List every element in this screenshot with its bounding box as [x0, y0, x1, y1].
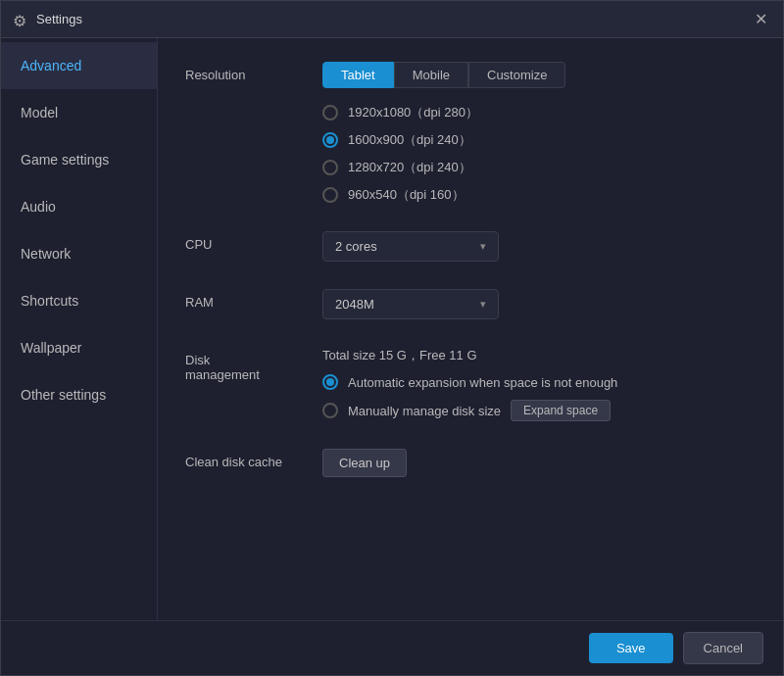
radio-960[interactable]: [322, 187, 338, 203]
ram-content: 2048M ▾: [322, 289, 756, 319]
dialog-title: Settings: [36, 12, 82, 26]
disk-label: Disk management: [185, 347, 322, 382]
resolution-option-1600[interactable]: 1600x900（dpi 240）: [322, 131, 756, 149]
resolution-label-960: 960x540（dpi 160）: [348, 186, 465, 204]
close-button[interactable]: ✕: [751, 10, 771, 29]
resolution-content: Tablet Mobile Customize 1920x1080（dpi 28…: [322, 62, 756, 204]
tab-customize[interactable]: Customize: [468, 62, 565, 88]
chevron-down-icon: ▾: [480, 240, 486, 253]
sidebar-item-advanced[interactable]: Advanced: [1, 42, 157, 89]
clean-up-button[interactable]: Clean up: [322, 449, 407, 477]
ram-label: RAM: [185, 289, 322, 310]
cpu-value: 2 cores: [335, 239, 377, 254]
ram-dropdown[interactable]: 2048M ▾: [322, 289, 499, 319]
disk-row: Disk management Total size 15 G，Free 11 …: [185, 347, 756, 421]
clean-disk-label: Clean disk cache: [185, 449, 322, 469]
disk-info: Total size 15 G，Free 11 G: [322, 347, 756, 364]
disk-auto-expand-label: Automatic expansion when space is not en…: [348, 375, 617, 390]
cpu-dropdown[interactable]: 2 cores ▾: [322, 231, 499, 262]
clean-disk-content: Clean up: [322, 449, 756, 477]
save-button[interactable]: Save: [589, 633, 673, 663]
cancel-button[interactable]: Cancel: [683, 632, 763, 664]
main-content: Resolution Tablet Mobile Customize 1920x…: [158, 38, 783, 620]
tab-tablet[interactable]: Tablet: [322, 62, 394, 88]
radio-1280[interactable]: [322, 160, 338, 175]
disk-manual-label: Manually manage disk size: [348, 404, 501, 418]
sidebar-item-model[interactable]: Model: [1, 89, 157, 136]
resolution-label-1920: 1920x1080（dpi 280）: [348, 104, 478, 121]
disk-options: Automatic expansion when space is not en…: [322, 374, 756, 421]
cpu-row: CPU 2 cores ▾: [185, 231, 756, 262]
sidebar-item-game-settings[interactable]: Game settings: [1, 136, 157, 183]
sidebar: Advanced Model Game settings Audio Netwo…: [1, 38, 158, 620]
sidebar-item-other-settings[interactable]: Other settings: [1, 371, 157, 418]
dialog-content: Advanced Model Game settings Audio Netwo…: [1, 38, 783, 620]
resolution-label-1280: 1280x720（dpi 240）: [348, 159, 471, 176]
expand-space-button[interactable]: Expand space: [511, 400, 611, 421]
resolution-tabs: Tablet Mobile Customize: [322, 62, 756, 88]
resolution-option-1280[interactable]: 1280x720（dpi 240）: [322, 159, 756, 176]
resolution-options: 1920x1080（dpi 280） 1600x900（dpi 240） 128…: [322, 104, 756, 204]
radio-manual[interactable]: [322, 403, 338, 418]
cpu-content: 2 cores ▾: [322, 231, 756, 262]
ram-value: 2048M: [335, 297, 374, 312]
sidebar-item-wallpaper[interactable]: Wallpaper: [1, 324, 157, 371]
resolution-label: Resolution: [185, 62, 322, 82]
chevron-down-icon: ▾: [480, 298, 486, 311]
tab-mobile[interactable]: Mobile: [394, 62, 468, 88]
clean-disk-row: Clean disk cache Clean up: [185, 449, 756, 477]
disk-auto-expand[interactable]: Automatic expansion when space is not en…: [322, 374, 756, 390]
resolution-row: Resolution Tablet Mobile Customize 1920x…: [185, 62, 756, 204]
cpu-label: CPU: [185, 231, 322, 252]
footer: Save Cancel: [1, 620, 783, 675]
resolution-option-1920[interactable]: 1920x1080（dpi 280）: [322, 104, 756, 121]
radio-1920[interactable]: [322, 105, 338, 121]
sidebar-item-network[interactable]: Network: [1, 230, 157, 277]
radio-1600[interactable]: [322, 132, 338, 148]
disk-content: Total size 15 G，Free 11 G Automatic expa…: [322, 347, 756, 421]
settings-dialog: ⚙ Settings ✕ Advanced Model Game setting…: [0, 0, 784, 676]
titlebar: ⚙ Settings ✕: [1, 1, 783, 38]
titlebar-left: ⚙ Settings: [13, 12, 82, 27]
resolution-label-1600: 1600x900（dpi 240）: [348, 131, 471, 149]
resolution-option-960[interactable]: 960x540（dpi 160）: [322, 186, 756, 204]
disk-manual[interactable]: Manually manage disk size Expand space: [322, 400, 756, 421]
radio-auto-expand[interactable]: [322, 374, 338, 390]
sidebar-item-audio[interactable]: Audio: [1, 183, 157, 230]
settings-icon: ⚙: [13, 12, 28, 27]
sidebar-item-shortcuts[interactable]: Shortcuts: [1, 277, 157, 324]
ram-row: RAM 2048M ▾: [185, 289, 756, 319]
